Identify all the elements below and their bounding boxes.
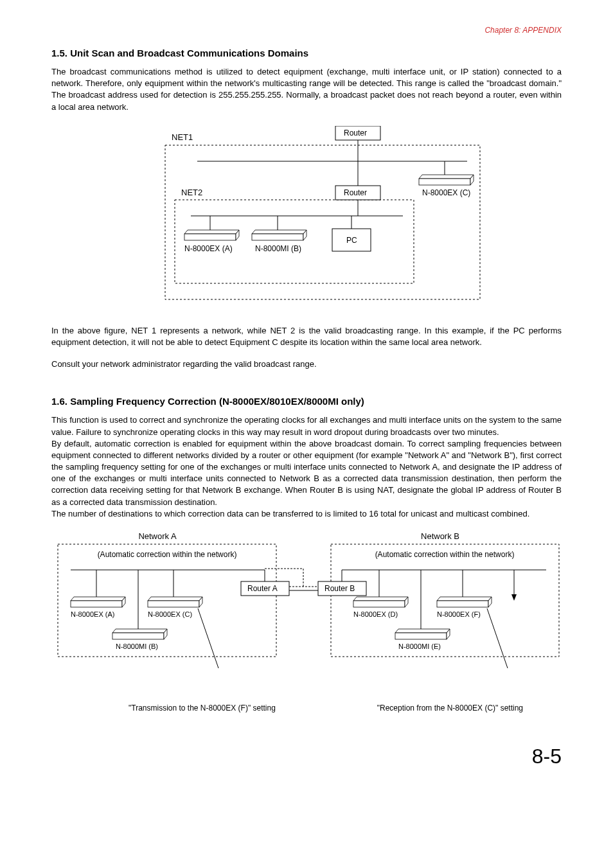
arrow-down-icon: [511, 594, 517, 601]
svg-rect-42: [353, 601, 405, 607]
svg-rect-37: [112, 633, 164, 639]
figure-1-6: Network A (Automatic correction within t…: [51, 530, 562, 713]
svg-marker-41: [353, 597, 408, 601]
svg-marker-28: [71, 597, 125, 601]
network-b-label: Network B: [421, 531, 459, 541]
auto-b-label: (Automatic correction within the network…: [375, 550, 515, 559]
section-1-5-heading: 1.5. Unit Scan and Broadcast Communicati…: [51, 48, 562, 58]
section-1-6-para-3: The number of destinations to which corr…: [51, 508, 562, 520]
device-a-icon: [184, 230, 239, 240]
svg-marker-4: [419, 175, 474, 179]
net1-box: [165, 145, 480, 299]
outer-router-label: Router: [344, 128, 367, 137]
device-c-icon: [419, 175, 474, 185]
svg-rect-15: [252, 234, 303, 240]
svg-rect-29: [71, 601, 122, 607]
svg-line-39: [198, 608, 218, 668]
svg-marker-10: [184, 230, 239, 234]
page-number: 8-5: [51, 745, 562, 768]
device-b-icon: [252, 230, 306, 240]
svg-rect-5: [419, 179, 470, 185]
pc-label: PC: [346, 236, 357, 245]
svg-marker-45: [437, 597, 492, 601]
figure-1-5: NET1 Router NET2 Router N-8000EX (C): [51, 126, 562, 306]
device-f-icon: [437, 597, 492, 607]
svg-rect-33: [148, 601, 199, 607]
device-b-label: N-8000MI (B): [255, 244, 301, 253]
device-c-label: N-8000EX (C): [422, 188, 470, 197]
svg-rect-46: [437, 601, 488, 607]
net2-label: NET2: [181, 188, 202, 197]
device-f-label: N-8000EX (F): [437, 610, 481, 618]
device-c2-label: N-8000EX (C): [148, 610, 192, 618]
net2-box: [175, 200, 414, 283]
auto-a-label: (Automatic correction within the network…: [98, 550, 237, 559]
figure-1-6-caption-right: "Reception from the N-8000EX (C)" settin…: [377, 704, 523, 713]
device-a2-icon: [71, 597, 125, 607]
chapter-header: Chapter 8: APPENDIX: [51, 26, 562, 35]
svg-marker-36: [112, 629, 167, 633]
section-1-5-para-3: Consult your network administrator regar…: [51, 359, 562, 370]
section-1-6-heading: 1.6. Sampling Frequency Correction (N-80…: [51, 396, 562, 407]
device-b2-label: N-8000MI (B): [116, 642, 158, 650]
device-b2-icon: [112, 629, 167, 639]
device-c2-icon: [148, 597, 202, 607]
inner-router-label: Router: [344, 188, 367, 197]
net1-label: NET1: [172, 132, 193, 142]
device-e-label: N-8000MI (E): [398, 642, 441, 650]
section-1-6-para-1: This function is used to correct and syn…: [51, 414, 562, 438]
device-e-icon: [395, 629, 450, 639]
router-b-label: Router B: [324, 584, 355, 593]
device-a2-label: N-8000EX (A): [71, 610, 114, 618]
network-a-label: Network A: [138, 531, 177, 541]
svg-marker-14: [252, 230, 306, 234]
router-a-label: Router A: [247, 584, 278, 593]
section-1-5-para-1: The broadcast communications method is u…: [51, 66, 562, 113]
figure-1-6-caption-left: "Transmission to the N-8000EX (F)" setti…: [129, 704, 276, 713]
svg-marker-32: [148, 597, 202, 601]
device-d-icon: [353, 597, 408, 607]
svg-rect-50: [395, 633, 447, 639]
svg-marker-49: [395, 629, 450, 633]
svg-rect-11: [184, 234, 236, 240]
device-d-label: N-8000EX (D): [353, 610, 398, 618]
svg-line-52: [487, 608, 508, 668]
device-a-label: N-8000EX (A): [184, 244, 233, 253]
section-1-5-para-2: In the above figure, NET 1 represents a …: [51, 325, 562, 348]
section-1-6-para-2: By default, automatic correction is enab…: [51, 438, 562, 508]
